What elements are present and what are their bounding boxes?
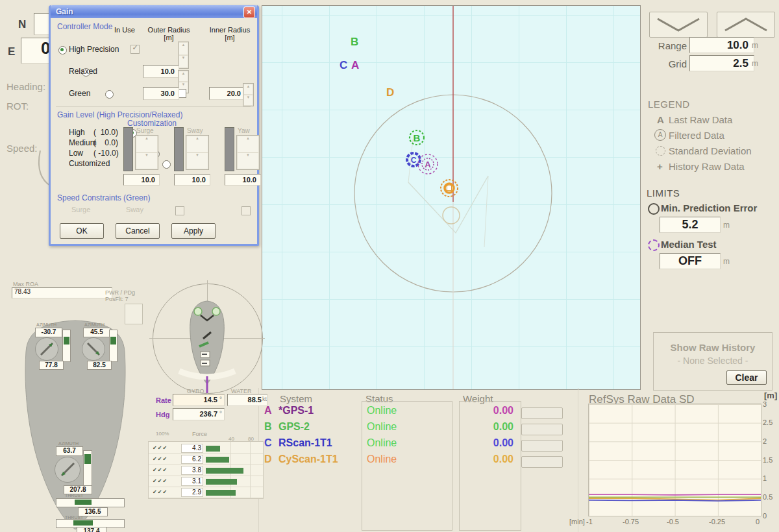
system-name-gps1[interactable]: *GPS-1 xyxy=(278,405,314,417)
raw-letter-a: A xyxy=(351,59,359,72)
min-prediction-field[interactable]: 5.2 xyxy=(660,217,721,233)
azimuth1-bottom-value: 77.8 xyxy=(39,361,64,370)
water-field[interactable]: 88.5 xyxy=(227,394,267,406)
inner-radius-column-label: Inner Radius xyxy=(204,26,256,34)
green-inner-spinner[interactable]: ▲▼ xyxy=(243,83,254,106)
speed-constraints-section-label: Speed Constraints (Green) xyxy=(57,193,150,202)
sway-value-field[interactable]: 10.0 xyxy=(174,174,210,186)
y-tick-1: 1 xyxy=(763,474,767,482)
yaw-spinner[interactable]: ▲▼ xyxy=(236,135,260,170)
yaw-value-field[interactable]: 10.0 xyxy=(225,174,261,186)
surge-value-field[interactable]: 10.0 xyxy=(123,174,160,186)
raw-letter-c: C xyxy=(340,59,347,72)
limits-title: LIMITS xyxy=(647,187,680,199)
max-roa-field[interactable]: 78.43 xyxy=(12,287,112,298)
surge-spinner[interactable]: ▲▼ xyxy=(135,135,158,170)
status-rscan: Online xyxy=(367,437,397,449)
enabled-checks-icon[interactable]: ✔✔✔ xyxy=(153,489,167,495)
green-radio[interactable] xyxy=(105,90,114,99)
gain-medium-label: Medium xyxy=(69,138,97,147)
rate-field[interactable]: 14.5 xyxy=(173,394,225,406)
azimuth1-dial[interactable] xyxy=(35,337,58,361)
sway-constraint-checkbox[interactable] xyxy=(241,206,251,215)
vessel-panel: Max ROA 78.43 PWR / PDg PosFlt: 7 AZIMUT… xyxy=(0,278,148,532)
azimuth2-dial[interactable] xyxy=(82,337,105,361)
weight-button-cyscan[interactable] xyxy=(521,456,563,468)
system-letter-d: D xyxy=(264,453,272,465)
median-test-unit: m xyxy=(723,257,730,266)
system-name-cyscan[interactable]: CyScan-1T1 xyxy=(278,453,338,465)
clear-button[interactable]: Clear xyxy=(726,370,767,385)
series-line-GPS-1 xyxy=(589,494,761,495)
azimuth3-bar xyxy=(83,450,92,488)
green-label: Green xyxy=(69,89,90,98)
green-outer-field[interactable]: 30.0 xyxy=(143,87,179,100)
high-precision-outer-spinner[interactable]: ▲▼ xyxy=(178,42,189,69)
system-name-gps2[interactable]: GPS-2 xyxy=(278,421,310,433)
dialog-titlebar[interactable]: Gain ✕ xyxy=(51,5,257,18)
dp-console-screen: { "nav": {"n":"N","e":"E","e_value":"0",… xyxy=(0,0,779,532)
azimuth1-label: AZIMUTH xyxy=(36,322,56,327)
gain-low-label: Low xyxy=(69,149,83,158)
refsys-y-unit: [m] xyxy=(764,391,777,400)
y-tick-2: 2 xyxy=(763,437,767,445)
cancel-button[interactable]: Cancel xyxy=(116,223,160,239)
raw-history-title: Show Raw History xyxy=(654,342,772,353)
thruster-row: ✔✔✔3.1 xyxy=(149,476,263,487)
compass-panel: GYRO WATER Rate 14.5 ° 88.5 kt Hdg 236.7… xyxy=(148,279,264,428)
enabled-checks-icon[interactable]: ✔✔✔ xyxy=(153,456,167,462)
x-tick-0: 0 xyxy=(756,518,760,526)
grid-unit: m xyxy=(752,59,758,68)
position-plot[interactable]: B C A B C A D xyxy=(262,5,641,390)
in-use-column-label: In Use xyxy=(114,26,135,34)
grid-field[interactable]: 2.5 xyxy=(689,55,754,71)
heading-field[interactable]: 236.7 xyxy=(173,408,225,420)
green-inner-field[interactable]: 20.0 xyxy=(209,87,245,100)
enabled-checks-icon[interactable]: ✔✔✔ xyxy=(153,478,167,484)
grid-label: Grid xyxy=(650,58,687,69)
surge-constraint-label: Surge xyxy=(71,206,90,213)
yaw-slider-label: Yaw xyxy=(238,127,250,134)
weight-button-gps2[interactable] xyxy=(521,424,563,435)
ok-button[interactable]: OK xyxy=(60,223,104,239)
yaw-slider[interactable] xyxy=(225,127,234,171)
x-unit-label: [min] xyxy=(569,518,585,526)
gain-dialog[interactable]: Gain ✕ Controller Mode In Use Outer Radi… xyxy=(49,5,259,246)
azimuth3-label: AZIMUTH xyxy=(58,441,79,446)
x-tick-m025: -0.25 xyxy=(709,518,725,526)
enabled-checks-icon[interactable]: ✔✔✔ xyxy=(153,467,167,473)
apply-button[interactable]: Apply xyxy=(171,223,216,239)
median-test-field[interactable]: OFF xyxy=(660,253,721,269)
legend-filtered-label: Filtered Data xyxy=(669,130,724,141)
thruster-force-value: 6.2 xyxy=(181,455,203,464)
zoom-in-button[interactable] xyxy=(717,12,775,38)
system-name-rscan[interactable]: RScan-1T1 xyxy=(278,437,332,449)
median-test-label: Median Test xyxy=(661,239,717,250)
thruster-force-header: Force xyxy=(192,431,207,437)
azimuth1-bar xyxy=(62,330,71,362)
sway-slider[interactable] xyxy=(174,127,184,171)
relaxed-outer-field[interactable]: 10.0 xyxy=(143,65,179,78)
high-precision-radio[interactable] xyxy=(58,46,67,54)
weight-button-rscan[interactable] xyxy=(521,440,563,452)
outer-radius-unit: [m] xyxy=(142,34,196,42)
range-field[interactable]: 10.0 xyxy=(689,37,754,53)
system-letter-c: C xyxy=(264,437,272,449)
surge-slider[interactable] xyxy=(123,127,133,171)
enabled-checks-icon[interactable]: ✔✔✔ xyxy=(153,445,167,451)
section-divider xyxy=(56,106,251,107)
power-info-line2: PosFlt: 7 xyxy=(105,296,129,302)
sway-constraint-label: Sway xyxy=(126,206,143,213)
thruster-row: ✔✔✔3.8 xyxy=(149,465,263,476)
weight-button-gps1[interactable] xyxy=(521,407,563,419)
surge-constraint-checkbox[interactable] xyxy=(175,206,184,215)
azimuth2-bar xyxy=(109,330,117,362)
gain-customized-radio[interactable] xyxy=(162,160,171,169)
zoom-out-button[interactable] xyxy=(649,12,708,38)
high-precision-in-use-checkbox[interactable] xyxy=(130,45,140,54)
azimuth3-dial[interactable] xyxy=(55,457,80,483)
y-tick-0-5: 0.5 xyxy=(763,493,773,501)
sway-spinner[interactable]: ▲▼ xyxy=(186,135,209,170)
x-tick-m075: -0.75 xyxy=(623,518,639,526)
close-icon[interactable]: ✕ xyxy=(243,6,255,18)
